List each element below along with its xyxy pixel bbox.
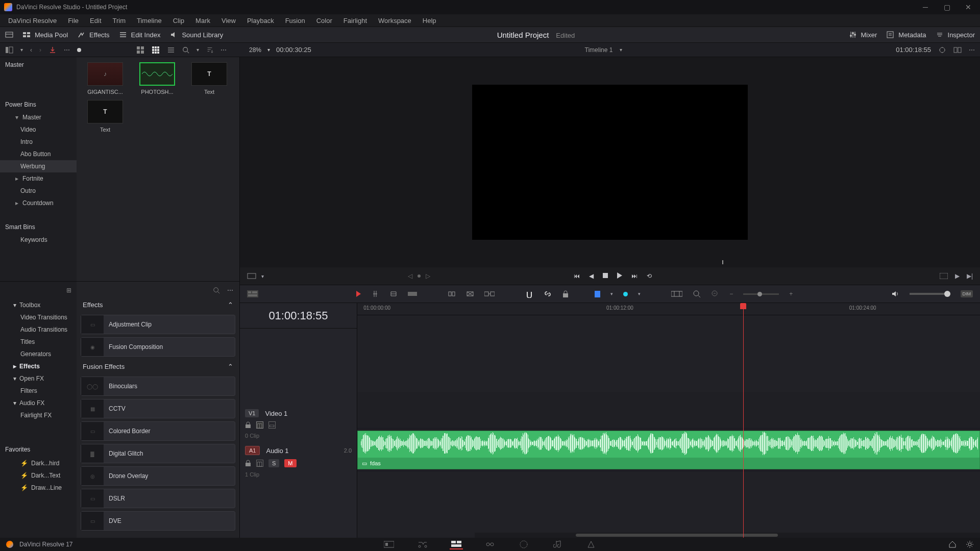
menu-mark[interactable]: Mark bbox=[190, 15, 215, 26]
snap-icon[interactable] bbox=[525, 290, 533, 298]
more-icon[interactable]: ⋯ bbox=[227, 287, 233, 294]
chevron-up-icon[interactable]: ⌃ bbox=[228, 301, 233, 309]
position-tool-icon[interactable] bbox=[408, 291, 417, 297]
tab-deliver[interactable] bbox=[584, 539, 598, 549]
selection-tool-icon[interactable] bbox=[356, 291, 361, 297]
flag-icon[interactable] bbox=[595, 291, 600, 297]
menu-clip[interactable]: Clip bbox=[168, 15, 189, 26]
tree-node[interactable]: Filters bbox=[0, 385, 77, 397]
audio-clip[interactable]: ▭fdas bbox=[357, 431, 980, 469]
menu-view[interactable]: View bbox=[216, 15, 241, 26]
menu-help[interactable]: Help bbox=[418, 15, 442, 26]
timeline-hscroll[interactable] bbox=[475, 533, 980, 538]
lock-icon[interactable] bbox=[562, 290, 569, 298]
tree-node[interactable]: Audio Transitions bbox=[0, 323, 77, 336]
toggle-icon[interactable]: ◫ bbox=[256, 460, 263, 467]
fav-item[interactable]: ⚡Dark...hird bbox=[0, 457, 77, 469]
tree-node[interactable]: Outro bbox=[0, 185, 77, 197]
effect-item[interactable]: ▭DSLR bbox=[81, 489, 235, 508]
match-frame-icon[interactable] bbox=[940, 273, 948, 279]
import-button[interactable] bbox=[48, 46, 57, 54]
viewer[interactable] bbox=[240, 57, 980, 267]
go-start-icon[interactable]: ⏮ bbox=[574, 272, 580, 280]
inout-icon[interactable] bbox=[247, 272, 256, 280]
tree-node[interactable]: Intro bbox=[0, 136, 77, 148]
fav-item[interactable]: ⚡Dark...Text bbox=[0, 469, 77, 482]
gear-icon[interactable] bbox=[966, 540, 974, 548]
effect-item[interactable]: ▭Adjustment Clip bbox=[81, 315, 235, 334]
solo-button[interactable]: S bbox=[268, 459, 279, 467]
step-back-icon[interactable]: ◀ bbox=[589, 272, 594, 280]
chevron-down-icon[interactable]: ▾ bbox=[638, 291, 641, 296]
grid-view-icon[interactable] bbox=[152, 46, 160, 54]
tree-node[interactable]: ▾Master bbox=[0, 111, 77, 123]
replace-icon[interactable] bbox=[484, 290, 495, 298]
menu-davinci-resolve[interactable]: DaVinci Resolve bbox=[3, 15, 62, 26]
sound-library-button[interactable]: Sound Library bbox=[169, 31, 223, 39]
category-header[interactable]: Fusion Effects bbox=[83, 363, 125, 370]
loop-icon[interactable]: ⟲ bbox=[647, 272, 652, 280]
chevron-down-icon[interactable]: ▾ bbox=[197, 47, 199, 53]
audio-track-area[interactable]: ▭fdas bbox=[357, 429, 980, 471]
menu-edit[interactable]: Edit bbox=[85, 15, 106, 26]
timeline-ruler[interactable]: 01:00:00:00 01:00:12:00 01:00:24:00 bbox=[357, 303, 980, 315]
media-pool[interactable]: ♪GIGANTISC... PHOTOSH... TText TText bbox=[77, 57, 239, 281]
tree-node[interactable]: ▸Countdown bbox=[0, 197, 77, 209]
fav-item[interactable]: ⚡Draw...Line bbox=[0, 482, 77, 494]
trim-tool-icon[interactable] bbox=[389, 290, 398, 298]
inspector-button[interactable]: Inspector bbox=[936, 31, 975, 39]
next-clip-icon[interactable]: ▷ bbox=[426, 272, 430, 280]
mixer-button[interactable]: Mixer bbox=[849, 31, 877, 39]
video-track-header[interactable]: V1Video 1 ◫▭ 0 Clip bbox=[240, 405, 357, 442]
volume-slider[interactable] bbox=[910, 293, 950, 295]
tree-node[interactable]: Video Transitions bbox=[0, 311, 77, 323]
category-header[interactable]: Effects bbox=[83, 301, 103, 309]
home-icon[interactable] bbox=[948, 540, 957, 548]
step-fwd-icon[interactable]: ▶ bbox=[955, 272, 960, 280]
tree-node[interactable]: ▸Effects bbox=[0, 360, 77, 372]
tree-node[interactable]: ▾Toolbox bbox=[0, 299, 77, 311]
thumb-view-icon[interactable] bbox=[136, 46, 144, 54]
next-icon[interactable]: › bbox=[39, 46, 41, 54]
lock-icon[interactable] bbox=[245, 421, 251, 429]
minus-icon[interactable]: − bbox=[729, 290, 733, 297]
menu-file[interactable]: File bbox=[63, 15, 84, 26]
menu-playback[interactable]: Playback bbox=[242, 15, 279, 26]
marker-icon[interactable] bbox=[623, 292, 628, 296]
power-bins-header[interactable]: Power Bins bbox=[0, 97, 77, 111]
chevron-down-icon[interactable]: ▾ bbox=[261, 273, 264, 279]
prev-clip-icon[interactable]: ◁ bbox=[408, 272, 412, 280]
tree-node[interactable]: Fairlight FX bbox=[0, 409, 77, 421]
chevron-up-icon[interactable]: ⌃ bbox=[228, 363, 233, 370]
chevron-down-icon[interactable]: ▾ bbox=[620, 47, 622, 53]
maximize-button[interactable]: ▢ bbox=[939, 1, 954, 13]
split-view-icon[interactable] bbox=[953, 46, 962, 54]
clip-item[interactable]: TText bbox=[186, 62, 233, 95]
zoom-level[interactable]: 28% bbox=[249, 46, 261, 54]
effect-item[interactable]: ◉Fusion Composition bbox=[81, 337, 235, 357]
blade-tool-icon[interactable] bbox=[371, 290, 379, 298]
plus-icon[interactable]: + bbox=[789, 290, 793, 297]
more-icon[interactable]: ⋯ bbox=[220, 46, 227, 54]
tab-edit[interactable] bbox=[450, 539, 463, 549]
chevron-down-icon[interactable]: ▾ bbox=[267, 47, 270, 53]
tree-node[interactable]: ▸Fortnite bbox=[0, 172, 77, 185]
toggle-icon[interactable]: ▭ bbox=[268, 421, 276, 429]
zoom-out-icon[interactable] bbox=[711, 290, 719, 298]
tree-node[interactable]: ▾Audio FX bbox=[0, 397, 77, 409]
list-view-icon[interactable] bbox=[167, 46, 175, 54]
minimize-button[interactable]: ─ bbox=[918, 1, 933, 13]
chevron-down-icon[interactable]: ▾ bbox=[610, 291, 613, 296]
mute-button[interactable]: M bbox=[284, 459, 296, 467]
effect-item[interactable]: ▭Colored Border bbox=[81, 421, 235, 441]
search-icon[interactable] bbox=[182, 46, 189, 54]
chevron-down-icon[interactable]: ▾ bbox=[20, 47, 23, 53]
master-header[interactable]: Master bbox=[0, 57, 77, 71]
speaker-icon[interactable] bbox=[891, 290, 899, 298]
effect-item[interactable]: ◯◯Binoculars bbox=[81, 377, 235, 396]
timeline-name[interactable]: Timeline 1 bbox=[585, 46, 613, 54]
clip-item[interactable]: PHOTOSH... bbox=[134, 62, 181, 95]
edit-index-button[interactable]: Edit Index bbox=[119, 31, 161, 39]
close-button[interactable]: ✕ bbox=[961, 1, 976, 13]
tab-cut[interactable] bbox=[416, 539, 429, 549]
